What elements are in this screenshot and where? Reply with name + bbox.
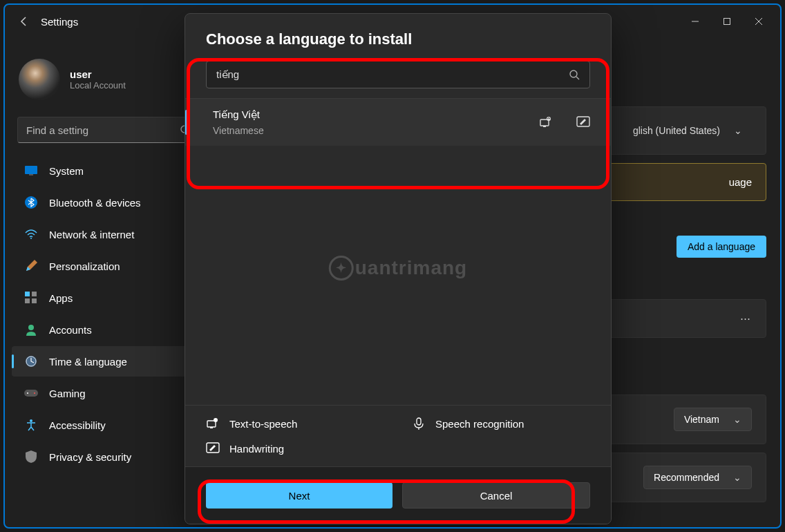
sidebar-item-privacy[interactable]: Privacy & security bbox=[12, 441, 205, 472]
feature-label: Handwriting bbox=[229, 443, 284, 455]
chevron-down-icon: ⌄ bbox=[733, 472, 741, 483]
result-english-name: Vietnamese bbox=[213, 125, 264, 136]
chevron-down-icon: ⌄ bbox=[733, 414, 741, 425]
more-button[interactable]: ⋯ bbox=[740, 312, 752, 325]
settings-window: Settings user Local Account Find a setti… bbox=[3, 3, 782, 529]
handwriting-badge-icon bbox=[576, 116, 590, 129]
bluetooth-icon bbox=[24, 196, 38, 209]
svg-point-17 bbox=[34, 392, 35, 394]
shield-icon bbox=[24, 450, 38, 464]
apps-icon bbox=[24, 291, 38, 305]
handwriting-icon bbox=[206, 441, 220, 455]
minimize-button[interactable] bbox=[679, 10, 711, 32]
sidebar-item-time[interactable]: Time & language bbox=[12, 346, 205, 377]
sidebar-item-label: Network & internet bbox=[49, 229, 134, 240]
sidebar-item-label: Accounts bbox=[49, 324, 92, 336]
sidebar-item-label: System bbox=[49, 165, 84, 177]
svg-point-18 bbox=[30, 419, 32, 422]
svg-rect-5 bbox=[29, 174, 33, 175]
search-icon bbox=[569, 69, 580, 80]
svg-rect-22 bbox=[543, 126, 546, 127]
sidebar: user Local Account Find a setting System… bbox=[5, 46, 212, 527]
svg-point-16 bbox=[27, 392, 28, 394]
mic-icon bbox=[412, 417, 426, 430]
watermark-icon: ✦ bbox=[329, 256, 354, 281]
svg-rect-8 bbox=[25, 292, 30, 296]
sidebar-item-gaming[interactable]: Gaming bbox=[12, 378, 205, 408]
sidebar-item-apps[interactable]: Apps bbox=[12, 283, 205, 313]
sidebar-item-system[interactable]: System bbox=[12, 155, 205, 186]
close-button[interactable] bbox=[743, 10, 775, 32]
sidebar-item-label: Gaming bbox=[49, 388, 86, 399]
feature-label: Speech recognition bbox=[435, 418, 524, 430]
chevron-down-icon: ⌄ bbox=[734, 125, 742, 136]
feature-label: Text-to-speech bbox=[229, 418, 297, 430]
country-dropdown[interactable]: Vietnam ⌄ bbox=[674, 408, 752, 431]
search-placeholder: Find a setting bbox=[26, 124, 88, 136]
back-button[interactable] bbox=[10, 8, 38, 35]
search-value: tiếng bbox=[216, 68, 239, 81]
svg-rect-26 bbox=[210, 427, 213, 428]
avatar bbox=[19, 59, 60, 100]
search-input[interactable]: Find a setting bbox=[17, 117, 200, 143]
sidebar-item-label: Apps bbox=[49, 292, 73, 304]
svg-rect-4 bbox=[25, 166, 37, 174]
sidebar-item-label: Personalization bbox=[49, 260, 120, 272]
sidebar-item-bluetooth[interactable]: Bluetooth & devices bbox=[12, 187, 205, 218]
svg-point-23 bbox=[547, 117, 551, 121]
sidebar-item-label: Accessibility bbox=[49, 419, 106, 431]
wifi-icon bbox=[24, 227, 38, 241]
user-name: user bbox=[70, 68, 126, 80]
sidebar-item-accounts[interactable]: Accounts bbox=[12, 314, 205, 345]
accessibility-icon bbox=[24, 418, 38, 432]
system-icon bbox=[24, 164, 38, 178]
cancel-button[interactable]: Cancel bbox=[402, 482, 590, 509]
language-result-item[interactable]: Tiếng Việt Vietnamese bbox=[185, 99, 611, 146]
svg-point-12 bbox=[28, 325, 34, 330]
next-button[interactable]: Next bbox=[206, 482, 392, 509]
gaming-icon bbox=[24, 386, 38, 400]
user-sub: Local Account bbox=[70, 80, 126, 91]
sidebar-item-label: Bluetooth & devices bbox=[49, 197, 141, 209]
svg-point-19 bbox=[570, 70, 577, 77]
svg-rect-10 bbox=[25, 298, 30, 303]
dialog-title: Choose a language to install bbox=[185, 14, 611, 61]
app-title: Settings bbox=[41, 16, 78, 28]
dialog-footer: Next Cancel bbox=[185, 466, 611, 524]
svg-line-20 bbox=[576, 77, 579, 79]
sidebar-item-label: Privacy & security bbox=[49, 451, 131, 463]
svg-rect-1 bbox=[724, 19, 730, 25]
user-block[interactable]: user Local Account bbox=[5, 52, 212, 114]
regional-dropdown[interactable]: Recommended ⌄ bbox=[643, 466, 752, 489]
time-icon bbox=[24, 354, 38, 368]
svg-point-7 bbox=[30, 238, 32, 239]
tts-badge-icon bbox=[539, 116, 553, 129]
sidebar-item-accessibility[interactable]: Accessibility bbox=[12, 410, 205, 440]
svg-point-27 bbox=[214, 418, 218, 422]
sidebar-item-personalization[interactable]: Personalization bbox=[12, 251, 205, 281]
svg-rect-15 bbox=[24, 390, 38, 397]
install-language-dialog: Choose a language to install tiếng Tiếng… bbox=[185, 13, 612, 524]
accounts-icon bbox=[24, 323, 38, 336]
add-language-button[interactable]: Add a language bbox=[677, 236, 766, 258]
svg-rect-9 bbox=[32, 292, 37, 296]
feature-legend-row-1: Text-to-speech Speech recognition bbox=[185, 406, 611, 441]
svg-rect-11 bbox=[32, 298, 37, 303]
maximize-button[interactable] bbox=[711, 10, 743, 32]
watermark: ✦ uantrimang bbox=[329, 256, 467, 281]
sidebar-item-label: Time & language bbox=[49, 356, 127, 368]
sidebar-item-network[interactable]: Network & internet bbox=[12, 219, 205, 249]
svg-rect-28 bbox=[417, 418, 421, 425]
country-value: Vietnam bbox=[684, 414, 719, 425]
display-language-dropdown[interactable]: glish (United States) ⌄ bbox=[623, 120, 752, 142]
warning-text: uage bbox=[729, 176, 752, 188]
tts-icon bbox=[206, 417, 220, 430]
display-language-value: glish (United States) bbox=[633, 125, 720, 136]
regional-value: Recommended bbox=[654, 472, 719, 483]
personalization-icon bbox=[24, 259, 38, 273]
language-search-input[interactable]: tiếng bbox=[206, 61, 590, 88]
result-native-name: Tiếng Việt bbox=[213, 108, 264, 121]
feature-legend-row-2: Handwriting bbox=[185, 441, 611, 466]
